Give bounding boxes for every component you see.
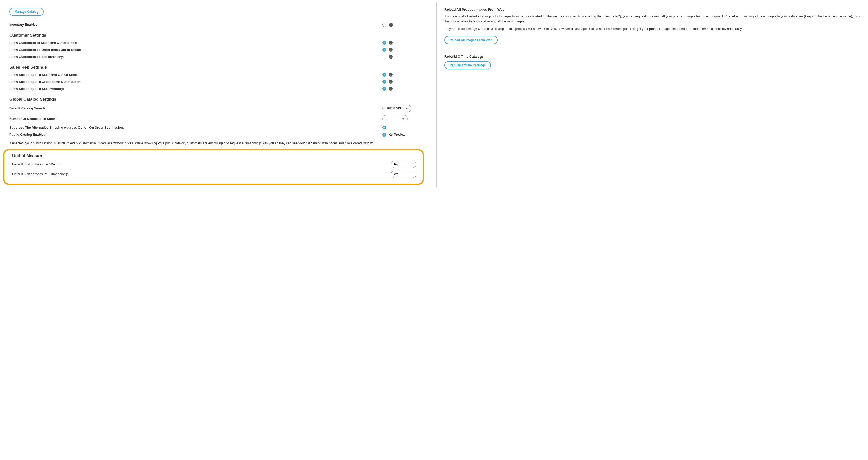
rep-see-inv-toggle[interactable] bbox=[382, 87, 386, 91]
preview-link[interactable]: Preview bbox=[389, 133, 405, 137]
rebuild-offline-heading: Rebuild Offline Catalogs bbox=[444, 55, 860, 58]
cust-order-out-label: Allow Customers To Order Items Out of St… bbox=[9, 48, 81, 52]
public-catalog-description: If enabled, your public catalog is visib… bbox=[9, 141, 424, 146]
info-icon[interactable]: i bbox=[389, 80, 393, 84]
uom-heading: Unit of Measure bbox=[12, 153, 416, 158]
reload-images-button[interactable]: Reload All Images From Web bbox=[444, 36, 498, 44]
eye-icon bbox=[389, 133, 393, 137]
left-column: Manage Catalog Inventory Enabled: i Cust… bbox=[0, 2, 432, 188]
default-search-label: Default Catalog Search: bbox=[9, 107, 46, 110]
inventory-enabled-label: Inventory Enabled: bbox=[9, 23, 39, 27]
sales-rep-settings-heading: Sales Rep Settings bbox=[9, 65, 424, 70]
info-icon[interactable]: i bbox=[389, 87, 393, 91]
default-search-value: UPC & SKU bbox=[386, 107, 403, 110]
reload-images-heading: Reload All Product Images From Web bbox=[444, 7, 860, 11]
default-search-select[interactable]: UPC & SKU bbox=[382, 105, 411, 112]
uom-dimension-label: Default Unit of Measure (Dimension): bbox=[12, 172, 68, 176]
reload-images-p1: If you originally loaded all your produc… bbox=[444, 14, 860, 24]
cust-see-out-label: Allow Customers to See Items Out of Stoc… bbox=[9, 41, 77, 45]
rep-order-out-label: Allow Sales Reps To Order Items Out of S… bbox=[9, 80, 81, 84]
info-icon[interactable]: i bbox=[389, 55, 393, 59]
rep-see-inv-label: Allow Sales Reps To See Inventory: bbox=[9, 87, 64, 91]
uom-weight-label: Default Unit of Measure (Weight): bbox=[12, 162, 62, 166]
decimals-value: 2 bbox=[386, 117, 388, 121]
uom-weight-input[interactable] bbox=[391, 161, 416, 168]
chevron-down-icon bbox=[406, 108, 408, 109]
rep-order-out-toggle[interactable] bbox=[382, 80, 386, 84]
right-column: Reload All Product Images From Web If yo… bbox=[436, 2, 868, 188]
cust-see-inv-label: Allow Customers To See Inventory: bbox=[9, 55, 64, 59]
info-icon[interactable]: i bbox=[389, 73, 393, 77]
cust-see-out-toggle[interactable] bbox=[382, 41, 386, 45]
rebuild-offline-button[interactable]: Rebuild Offline Catalogs bbox=[444, 61, 491, 69]
public-enabled-toggle[interactable] bbox=[382, 133, 386, 137]
preview-label: Preview bbox=[394, 133, 405, 137]
rep-see-out-toggle[interactable] bbox=[382, 73, 386, 77]
uom-dimension-input[interactable] bbox=[391, 171, 416, 178]
suppress-toggle[interactable] bbox=[382, 125, 386, 130]
cust-order-out-toggle[interactable] bbox=[382, 48, 386, 52]
info-icon[interactable]: i bbox=[389, 48, 393, 52]
uom-highlight-box: Unit of Measure Default Unit of Measure … bbox=[3, 149, 424, 185]
decimals-label: Number Of Decimals To Show: bbox=[9, 117, 57, 121]
rep-see-out-label: Allow Sales Reps To See Items Out Of Sto… bbox=[9, 73, 79, 77]
reload-images-p2: * If your product image URLs have change… bbox=[444, 27, 860, 31]
info-icon[interactable]: i bbox=[389, 41, 393, 45]
suppress-label: Suppress The Alternative Shipping Addres… bbox=[9, 126, 124, 130]
decimals-select[interactable]: 2 bbox=[382, 115, 408, 122]
global-catalog-settings-heading: Global Catalog Settings bbox=[9, 97, 424, 102]
inventory-enabled-toggle[interactable] bbox=[382, 23, 386, 27]
chevron-down-icon bbox=[402, 118, 404, 120]
public-enabled-label: Public Catalog Enabled: bbox=[9, 133, 46, 137]
svg-point-0 bbox=[391, 135, 392, 135]
manage-catalog-button[interactable]: Manage Catalog bbox=[9, 7, 44, 16]
info-icon[interactable]: i bbox=[389, 23, 393, 27]
customer-settings-heading: Customer Settings bbox=[9, 33, 424, 38]
